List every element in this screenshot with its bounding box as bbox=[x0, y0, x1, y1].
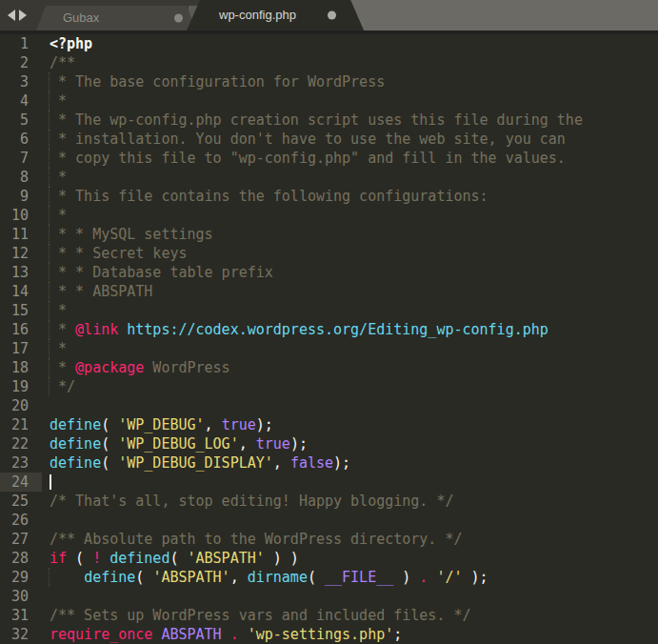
line-number[interactable]: 12 bbox=[0, 244, 42, 263]
code-line-text[interactable]: define( 'ABSPATH', dirname( __FILE__ ) .… bbox=[42, 568, 658, 587]
line-number[interactable]: 17 bbox=[0, 339, 42, 358]
code-editor[interactable]: 1<?php2/**3 * The base configuration for… bbox=[0, 34, 658, 644]
code-line[interactable]: 29 define( 'ABSPATH', dirname( __FILE__ … bbox=[0, 568, 658, 587]
code-line-text[interactable]: * installation. You don't have to use th… bbox=[42, 130, 658, 149]
code-line[interactable]: 5 * The wp-config.php creation script us… bbox=[0, 111, 658, 130]
line-number[interactable]: 29 bbox=[0, 568, 42, 587]
scroll-tabs-left-icon[interactable] bbox=[8, 10, 15, 21]
code-line-text[interactable] bbox=[42, 511, 658, 530]
line-number[interactable]: 18 bbox=[0, 358, 42, 377]
code-line-text[interactable]: define( 'WP_DEBUG_DISPLAY', false); bbox=[42, 453, 658, 473]
code-line[interactable]: 2/** bbox=[0, 53, 658, 72]
code-line[interactable]: 28if ( ! defined( 'ABSPATH' ) ) bbox=[0, 549, 658, 568]
code-line-text[interactable]: /* That's all, stop editing! Happy blogg… bbox=[42, 492, 658, 511]
line-number[interactable]: 30 bbox=[0, 587, 42, 606]
code-line[interactable]: 27/** Absolute path to the WordPress dir… bbox=[0, 530, 658, 549]
line-number[interactable]: 27 bbox=[0, 530, 42, 549]
code-line-text[interactable]: define( 'WP_DEBUG', true); bbox=[42, 415, 658, 434]
line-number[interactable]: 9 bbox=[0, 187, 42, 206]
code-line[interactable]: 11 * * MySQL settings bbox=[0, 225, 658, 244]
code-line[interactable]: 13 * * Database table prefix bbox=[0, 263, 658, 282]
line-number[interactable]: 6 bbox=[0, 130, 42, 149]
line-number[interactable]: 26 bbox=[0, 511, 42, 530]
code-line[interactable]: 23define( 'WP_DEBUG_DISPLAY', false); bbox=[0, 453, 658, 473]
code-line-text[interactable]: * bbox=[42, 91, 658, 111]
line-number[interactable]: 31 bbox=[0, 606, 42, 625]
line-number[interactable]: 8 bbox=[0, 168, 42, 187]
line-number[interactable]: 2 bbox=[0, 53, 42, 72]
line-number[interactable]: 24 bbox=[0, 473, 42, 492]
code-line-text[interactable]: * * ABSPATH bbox=[42, 282, 658, 301]
code-line-text[interactable]: require_once ABSPATH . 'wp-settings.php'… bbox=[42, 625, 658, 644]
tab-wp-config[interactable]: wp-config.php bbox=[187, 0, 364, 30]
line-number[interactable]: 13 bbox=[0, 263, 42, 282]
code-line[interactable]: 25/* That's all, stop editing! Happy blo… bbox=[0, 492, 658, 511]
code-line[interactable]: 6 * installation. You don't have to use … bbox=[0, 130, 658, 149]
line-number[interactable]: 15 bbox=[0, 301, 42, 320]
code-line-text[interactable]: * @package WordPress bbox=[42, 358, 658, 377]
code-line-text[interactable]: */ bbox=[42, 377, 658, 396]
code-line[interactable]: 1<?php bbox=[0, 34, 658, 53]
line-number[interactable]: 10 bbox=[0, 206, 42, 225]
code-line[interactable]: 32require_once ABSPATH . 'wp-settings.ph… bbox=[0, 625, 658, 644]
tab-gubax[interactable]: Gubax bbox=[36, 6, 196, 30]
code-line[interactable]: 21define( 'WP_DEBUG', true); bbox=[0, 415, 658, 434]
code-line[interactable]: 18 * @package WordPress bbox=[0, 358, 658, 377]
code-line[interactable]: 19 */ bbox=[0, 377, 658, 396]
line-number[interactable]: 11 bbox=[0, 225, 42, 244]
modified-dot-icon[interactable] bbox=[328, 11, 336, 20]
code-line[interactable]: 12 * * Secret keys bbox=[0, 244, 658, 263]
line-number[interactable]: 28 bbox=[0, 549, 42, 568]
code-line-text[interactable]: * * Database table prefix bbox=[42, 263, 658, 282]
line-number[interactable]: 21 bbox=[0, 415, 42, 434]
code-line-text[interactable]: * bbox=[42, 168, 658, 187]
code-line[interactable]: 4 * bbox=[0, 91, 658, 111]
modified-dot-icon[interactable] bbox=[174, 14, 183, 23]
line-number[interactable]: 7 bbox=[0, 149, 42, 168]
code-line[interactable]: 15 * bbox=[0, 301, 658, 320]
code-line-text[interactable]: define( 'WP_DEBUG_LOG', true); bbox=[42, 434, 658, 453]
code-line-text[interactable]: * bbox=[42, 301, 658, 320]
code-line[interactable]: 20 bbox=[0, 396, 658, 415]
code-line-text[interactable]: * * Secret keys bbox=[42, 244, 658, 263]
code-line-text[interactable]: * This file contains the following confi… bbox=[42, 187, 658, 206]
code-line[interactable]: 31/** Sets up WordPress vars and include… bbox=[0, 606, 658, 625]
code-line[interactable]: 30 bbox=[0, 587, 658, 606]
code-line-text[interactable]: <?php bbox=[42, 34, 658, 53]
code-line[interactable]: 24 bbox=[0, 473, 658, 492]
code-line-text[interactable]: /** Sets up WordPress vars and included … bbox=[42, 606, 658, 625]
line-number[interactable]: 19 bbox=[0, 377, 42, 396]
code-line[interactable]: 17 * bbox=[0, 339, 658, 358]
code-line-text[interactable] bbox=[42, 396, 658, 415]
code-line-text[interactable] bbox=[42, 587, 658, 606]
code-line[interactable]: 22define( 'WP_DEBUG_LOG', true); bbox=[0, 434, 658, 453]
line-number[interactable]: 1 bbox=[0, 34, 42, 53]
code-line-text[interactable]: * The base configuration for WordPress bbox=[42, 72, 658, 91]
line-number[interactable]: 16 bbox=[0, 320, 42, 339]
code-line[interactable]: 26 bbox=[0, 511, 658, 530]
line-number[interactable]: 5 bbox=[0, 111, 42, 130]
line-number[interactable]: 20 bbox=[0, 396, 42, 415]
line-number[interactable]: 14 bbox=[0, 282, 42, 301]
code-line-text[interactable]: /** Absolute path to the WordPress direc… bbox=[42, 530, 658, 549]
line-number[interactable]: 4 bbox=[0, 91, 42, 111]
code-line-text[interactable]: if ( ! defined( 'ABSPATH' ) ) bbox=[42, 549, 658, 568]
scroll-tabs-right-icon[interactable] bbox=[19, 10, 27, 21]
code-line-text[interactable] bbox=[42, 473, 658, 492]
line-number[interactable]: 3 bbox=[0, 72, 42, 91]
line-number[interactable]: 23 bbox=[0, 453, 42, 473]
code-line[interactable]: 8 * bbox=[0, 168, 658, 187]
code-line[interactable]: 9 * This file contains the following con… bbox=[0, 187, 658, 206]
code-line-text[interactable]: * copy this file to "wp-config.php" and … bbox=[42, 149, 658, 168]
code-line[interactable]: 3 * The base configuration for WordPress bbox=[0, 72, 658, 91]
line-number[interactable]: 25 bbox=[0, 492, 42, 511]
code-line-text[interactable]: * bbox=[42, 206, 658, 225]
code-line-text[interactable]: * bbox=[42, 339, 658, 358]
code-line[interactable]: 7 * copy this file to "wp-config.php" an… bbox=[0, 149, 658, 168]
code-line-text[interactable]: * @link https://codex.wordpress.org/Edit… bbox=[42, 320, 658, 339]
code-line[interactable]: 10 * bbox=[0, 206, 658, 225]
code-line[interactable]: 16 * @link https://codex.wordpress.org/E… bbox=[0, 320, 658, 339]
code-line-text[interactable]: /** bbox=[42, 53, 658, 72]
line-number[interactable]: 22 bbox=[0, 434, 42, 453]
code-line[interactable]: 14 * * ABSPATH bbox=[0, 282, 658, 301]
